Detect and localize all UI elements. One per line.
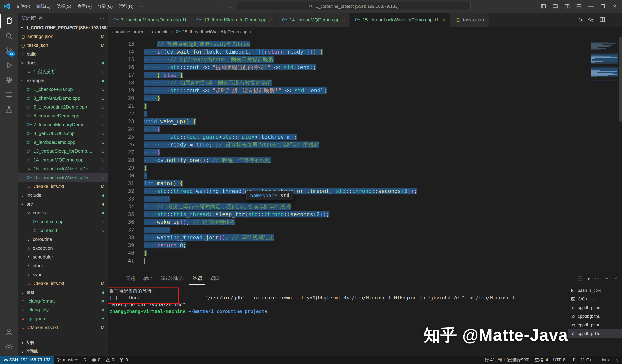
tree-item[interactable]: ›src: [18, 200, 108, 209]
menubar-item[interactable]: ···: [137, 2, 147, 11]
extensions-activity-button[interactable]: [0, 73, 18, 88]
editor-tab[interactable]: C++14_threadMQDemo.cppU: [276, 13, 350, 27]
code-line[interactable]: 28····cv.notify_one(); // 唤醒一个等待的线程: [108, 156, 622, 164]
line-number[interactable]: 41: [108, 257, 134, 265]
tree-item[interactable]: {}tasks.jsonM: [18, 41, 108, 50]
code-line[interactable]: 25········std::lock_guard<std::mutex> lo…: [108, 133, 622, 141]
tree-item[interactable]: ›scheduler: [18, 252, 108, 261]
explorer-root-folder[interactable]: › 1_COROUTINE_PROJECT [SSH: 192.168.7...: [18, 23, 108, 32]
code-line[interactable]: 40}: [108, 249, 622, 257]
code-line[interactable]: 19········std::cout << "超时到期，没有提前唤醒!" <<…: [108, 87, 622, 94]
eol[interactable]: LF: [568, 356, 578, 364]
configure-button[interactable]: [588, 17, 594, 23]
tree-item[interactable]: C++5_coroutineDemo.cppU: [18, 112, 108, 120]
run-and-debug-activity-button[interactable]: [0, 58, 18, 73]
line-number[interactable]: 14: [108, 48, 134, 56]
line-number[interactable]: 22: [108, 110, 134, 117]
line-number[interactable]: 18: [108, 79, 134, 87]
breadcrumb-item[interactable]: coroutine_project: [112, 29, 145, 34]
menubar-item[interactable]: 查看(V): [74, 2, 95, 11]
code-line[interactable]: 13 // 等待直到超时或者ready变为true: [108, 40, 622, 48]
code-line[interactable]: 21}: [108, 102, 622, 110]
tree-item[interactable]: ›context: [18, 209, 108, 217]
code-line[interactable]: 18········// 如果超时到期，则表示没有被提前唤醒: [108, 79, 622, 87]
line-number[interactable]: 40: [108, 249, 134, 257]
tree-item[interactable]: ▲CMakeLists.txtM: [18, 279, 108, 288]
menubar-item[interactable]: 运行(R): [116, 2, 136, 11]
code-line[interactable]: 29}: [108, 164, 622, 172]
menubar-item[interactable]: 转到(G): [95, 2, 116, 11]
layout-sidebar-left-icon[interactable]: [538, 1, 549, 12]
breadcrumb-item[interactable]: example: [152, 29, 169, 34]
line-number[interactable]: 20: [108, 94, 134, 102]
code-line[interactable]: 27····}: [108, 149, 622, 156]
code-line[interactable]: 22·: [108, 110, 622, 117]
line-number[interactable]: 36: [108, 218, 134, 226]
warnings-status[interactable]: 0: [103, 356, 117, 364]
sidebar-more-icon[interactable]: ···: [100, 16, 104, 20]
line-number[interactable]: 34: [108, 203, 134, 211]
line-number[interactable]: 28: [108, 156, 134, 164]
line-number[interactable]: 30: [108, 172, 134, 179]
line-number[interactable]: 31: [108, 179, 134, 187]
tree-item[interactable]: ▲CMakeLists.txtM: [18, 323, 108, 332]
tree-item[interactable]: ≡.clang-formatA: [18, 297, 108, 306]
manage-activity-button[interactable]: [0, 339, 18, 354]
tree-item[interactable]: ›docs: [18, 58, 108, 67]
editor-tab[interactable]: C++15_threadLockWakeUpDemo.cppU×: [350, 13, 450, 27]
timeline-section[interactable]: › 时间线: [18, 347, 108, 356]
code-line[interactable]: 24····{: [108, 125, 622, 133]
terminal-list-item[interactable]: cppdbg: thr...: [568, 312, 622, 321]
code-line[interactable]: 32····std::thread waiting_thread(wait_fo…: [108, 187, 622, 195]
tree-item[interactable]: C++5_1_coroutine2Demo.cppU: [18, 103, 108, 112]
code-line[interactable]: 31int main() {: [108, 179, 622, 187]
git-branch-status[interactable]: master*+: [54, 356, 89, 364]
tree-item[interactable]: C++1_checkc++20.cppU: [18, 85, 108, 94]
editor-tab[interactable]: {}tasks.json: [450, 13, 489, 27]
tree-item[interactable]: ◆.gitignoreA: [18, 314, 108, 323]
line-number[interactable]: 25: [108, 133, 134, 141]
testing-activity-button[interactable]: [0, 102, 18, 117]
line-number[interactable]: 13: [108, 40, 134, 48]
breadcrumb-item[interactable]: ...: [254, 29, 257, 34]
code-editor[interactable]: 13 // 等待直到超时或者ready变为true14····if(cv.wai…: [108, 37, 622, 272]
code-line[interactable]: 26········ready = true; // 设置标志变量为true以唤…: [108, 141, 622, 149]
line-number[interactable]: 26: [108, 141, 134, 149]
more-button[interactable]: ···: [595, 276, 600, 281]
code-line[interactable]: 23void wake_up() {: [108, 117, 622, 125]
line-number[interactable]: 17: [108, 71, 134, 79]
line-number[interactable]: 37: [108, 226, 134, 234]
code-line[interactable]: 16········std::cout << "提前唤醒当前的等待!" << s…: [108, 63, 622, 71]
navigate-forward-icon[interactable]: →: [225, 3, 233, 9]
layout-panel-icon[interactable]: [550, 1, 561, 12]
code-line[interactable]: 30·: [108, 172, 622, 179]
tree-item[interactable]: ›example: [18, 76, 108, 85]
line-number[interactable]: 38: [108, 234, 134, 241]
panel-tab[interactable]: 端口: [207, 272, 223, 285]
panel-tab[interactable]: 终端: [189, 272, 205, 285]
tree-item[interactable]: Chcontext.hU: [18, 226, 108, 235]
navigate-back-icon[interactable]: ←: [214, 3, 222, 9]
code-line[interactable]: 36····wake_up(); // 提前唤醒线程: [108, 218, 622, 226]
line-number[interactable]: 15: [108, 56, 134, 63]
more-button[interactable]: ···: [611, 16, 617, 23]
ports-status[interactable]: 0: [117, 356, 130, 364]
remote-status[interactable]: ><SSH: 192.168.79.133: [0, 356, 54, 364]
cursor-position[interactable]: 行 41, 列 1 (已选择999): [482, 356, 532, 364]
tree-item[interactable]: C++9_lambdaDemo.cppU: [18, 138, 108, 147]
explorer-activity-button[interactable]: [0, 14, 18, 28]
line-number[interactable]: 24: [108, 125, 134, 133]
source-control-activity-button[interactable]: 41: [0, 43, 18, 58]
accounts-activity-button[interactable]: [0, 324, 18, 339]
tab-close-icon[interactable]: ×: [442, 17, 445, 23]
terminal-list-item[interactable]: cppdbg: 15...: [568, 329, 622, 338]
terminal-list-item[interactable]: bash1_coro...: [568, 286, 622, 295]
code-line[interactable]: 35····std::this_thread::sleep_for(std::c…: [108, 211, 622, 218]
command-center-search[interactable]: 1_coroutine_project [SSH: 192.168.79.133…: [236, 2, 471, 10]
tree-item[interactable]: C++7_functionMemoryDemo....U: [18, 120, 108, 129]
panel-tab[interactable]: 问题: [122, 272, 138, 285]
layout-customize-icon[interactable]: [573, 1, 584, 12]
line-number[interactable]: 35: [108, 211, 134, 218]
code-line[interactable]: 14····if(cv.wait_for(lock, timeout, []{r…: [108, 48, 622, 56]
line-number[interactable]: 29: [108, 164, 134, 172]
